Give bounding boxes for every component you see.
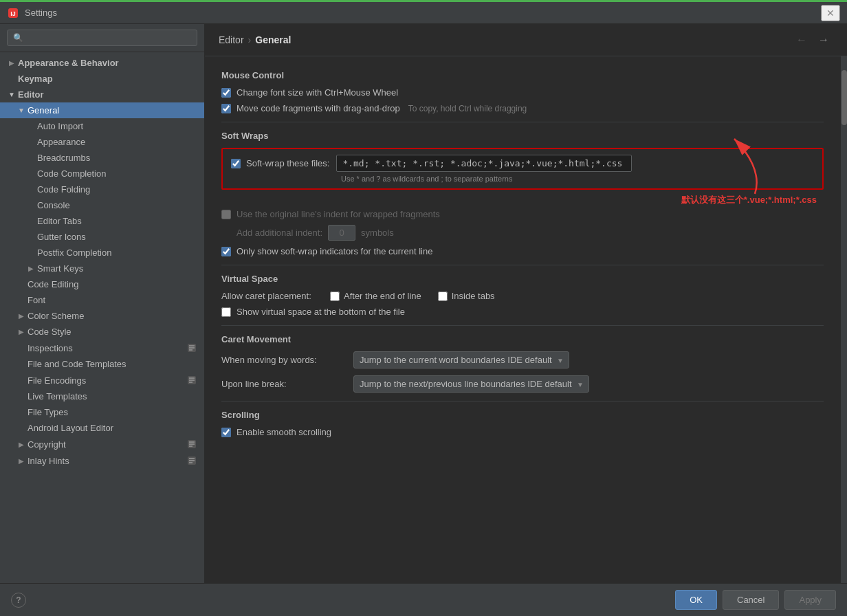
section-soft-wraps: Soft Wraps [221,131,824,141]
sidebar-item-breadcrumbs[interactable]: Breadcrumbs [0,150,204,166]
only-show-indicators-label[interactable]: Only show soft-wrap indicators for the c… [221,246,432,256]
multi-badge-copyright [186,439,197,450]
nav-forward-button[interactable]: → [814,32,833,47]
spacer-icon [16,280,26,289]
content-with-scrollbar: Mouse Control Change font size with Ctrl… [205,56,847,583]
sidebar-item-file-types[interactable]: File Types [0,404,204,420]
inside-tabs-checkbox[interactable] [438,292,448,301]
help-button[interactable]: ? [11,593,26,608]
soft-wrap-files-input[interactable] [336,155,632,172]
sidebar-label: Appearance [37,137,85,147]
sidebar-label: Inspections [28,343,73,353]
sidebar-item-auto-import[interactable]: Auto Import [0,118,204,134]
sidebar-label: Code Style [28,327,72,337]
sidebar-label: General [28,105,59,116]
sidebar-label: Code Editing [28,279,78,289]
when-moving-row: When moving by words: Jump to the curren… [221,351,824,368]
sidebar-item-file-encodings[interactable]: File Encodings [0,372,204,388]
sidebar-item-general[interactable]: ▼ General [0,102,204,118]
soft-wrap-enabled-label[interactable]: Soft-wrap these files: [231,158,329,168]
sidebar-label: Android Layout Editor [28,423,113,433]
sidebar-item-live-templates[interactable]: Live Templates [0,388,204,404]
section-mouse-control: Mouse Control [221,70,824,80]
sidebar-item-code-editing[interactable]: Code Editing [0,276,204,292]
upon-line-break-dropdown-wrapper: Jump to the next/previous line boundarie… [353,375,589,393]
sidebar-item-font[interactable]: Font [0,292,204,308]
spacer-icon [16,296,26,305]
inside-tabs-label[interactable]: Inside tabs [438,291,495,301]
move-code-fragments-label[interactable]: Move code fragments with drag-and-drop [221,103,400,113]
sidebar-item-appearance-behavior[interactable]: ▶ Appearance & Behavior [0,55,204,71]
upon-line-break-row: Upon line break: Jump to the next/previo… [221,375,824,393]
sidebar-item-editor[interactable]: ▼ Editor [0,87,204,102]
upon-line-break-select[interactable]: Jump to the next/previous line boundarie… [353,375,589,393]
only-show-indicators-text: Only show soft-wrap indicators for the c… [236,246,432,256]
spacer-icon [26,169,36,179]
use-original-indent-label[interactable]: Use the original line's indent for wrapp… [221,209,440,219]
spacer-icon [26,122,36,131]
sidebar-label: File and Code Templates [28,359,126,369]
enable-smooth-label[interactable]: Enable smooth scrolling [221,427,331,437]
sidebar-item-color-scheme[interactable]: ▶ Color Scheme [0,308,204,324]
sidebar-item-code-folding[interactable]: Code Folding [0,182,204,197]
sidebar-item-code-style[interactable]: ▶ Code Style [0,324,204,340]
spacer-icon [26,232,36,242]
sidebar-item-android-layout-editor[interactable]: Android Layout Editor [0,420,204,436]
when-moving-dropdown-wrapper: Jump to the current word boundaries IDE … [353,351,569,368]
soft-wrap-label-text: Soft-wrap these files: [246,158,329,168]
cancel-button[interactable]: Cancel [723,590,779,610]
apply-button[interactable]: Apply [784,590,836,610]
sidebar-label: Code Completion [37,168,106,179]
when-moving-label: When moving by words: [221,355,345,365]
spacer-icon [26,185,36,195]
sidebar-label: Code Folding [37,184,90,195]
svg-text:IJ: IJ [10,10,16,17]
sidebar-item-console[interactable]: Console [0,197,204,213]
breadcrumb-parent: Editor [219,34,244,45]
caret-placement-row: Allow caret placement: After the end of … [221,291,824,301]
change-font-size-checkbox[interactable] [221,88,231,98]
vertical-scrollbar[interactable] [840,56,847,583]
sidebar-item-file-code-templates[interactable]: File and Code Templates [0,356,204,372]
sidebar-item-inspections[interactable]: Inspections [0,340,204,356]
after-end-label[interactable]: After the end of line [330,291,421,301]
soft-wrap-enabled-checkbox[interactable] [231,159,241,168]
move-code-fragments-text: Move code fragments with drag-and-drop [236,103,400,113]
search-input[interactable] [7,30,197,46]
indent-input[interactable] [328,225,355,241]
when-moving-select[interactable]: Jump to the current word boundaries IDE … [353,351,569,368]
drag-drop-hint: To copy, hold Ctrl while dragging [408,104,527,113]
indent-unit: symbols [361,228,394,238]
soft-wrap-input-container [336,155,814,172]
sidebar-label: Breadcrumbs [37,153,90,163]
sidebar-label: File Types [28,407,68,417]
sidebar-item-editor-tabs[interactable]: Editor Tabs [0,213,204,229]
upon-line-break-label: Upon line break: [221,379,345,389]
section-scrolling: Scrolling [221,410,824,420]
enable-smooth-checkbox[interactable] [221,428,231,437]
sidebar-item-gutter-icons[interactable]: Gutter Icons [0,229,204,245]
annotation-label: 默认没有这三个*.vue;*.html;*.css [681,195,817,205]
close-button[interactable]: ✕ [821,5,840,21]
sidebar-item-appearance[interactable]: Appearance [0,134,204,150]
change-font-size-label[interactable]: Change font size with Ctrl+Mouse Wheel [221,87,398,98]
use-original-indent-checkbox[interactable] [221,210,231,219]
nav-back-button[interactable]: ← [792,32,811,47]
sidebar-item-code-completion[interactable]: Code Completion [0,166,204,182]
sidebar-item-smart-keys[interactable]: ▶ Smart Keys [0,261,204,276]
sidebar-label: Copyright [28,439,66,450]
after-end-checkbox[interactable] [330,292,340,301]
move-code-fragments-checkbox[interactable] [221,104,231,113]
ok-button[interactable]: OK [675,590,717,610]
show-virtual-space-checkbox[interactable] [221,307,231,317]
chevron-right-icon: ▶ [16,327,26,337]
only-show-indicators-checkbox[interactable] [221,247,231,256]
sidebar-item-inlay-hints[interactable]: ▶ Inlay Hints [0,452,204,469]
sidebar-label: Appearance & Behavior [18,58,119,68]
sidebar-item-postfix-completion[interactable]: Postfix Completion [0,245,204,261]
show-virtual-space-label[interactable]: Show virtual space at the bottom of the … [221,307,405,317]
sidebar-item-keymap[interactable]: Keymap [0,71,204,87]
sidebar-item-copyright[interactable]: ▶ Copyright [0,436,204,452]
bottom-right: OK Cancel Apply [675,590,836,610]
content-header: Editor › General ← → [205,24,847,56]
